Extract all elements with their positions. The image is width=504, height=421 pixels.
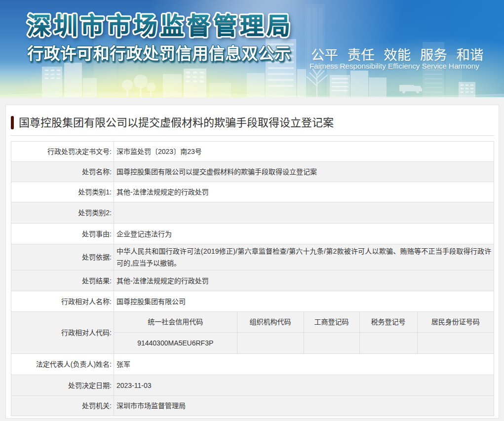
- svg-text:公平 责任 效能 服务 和谐: 公平 责任 效能 服务 和谐: [311, 47, 484, 63]
- svg-text:行政许可和行政处罚信用信息双公示: 行政许可和行政处罚信用信息双公示: [27, 44, 291, 63]
- svg-text:Faimess Responsibility Efficie: Faimess Responsibility Efficiency Servic…: [310, 62, 479, 70]
